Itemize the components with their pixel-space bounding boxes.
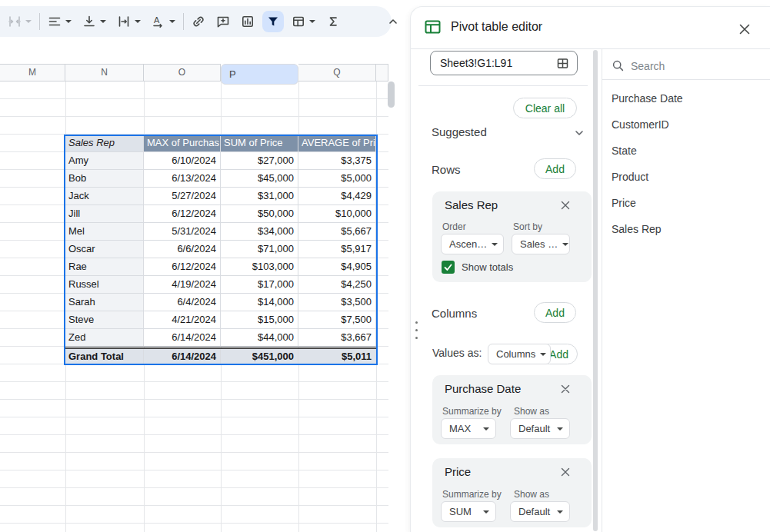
clear-all-button[interactable]: Clear all: [513, 98, 577, 118]
vertical-scrollbar-thumb[interactable]: [388, 81, 395, 108]
pivot-cell[interactable]: 5/27/2024: [144, 188, 221, 205]
column-header-m[interactable]: M: [0, 64, 65, 81]
pivot-cell[interactable]: Amy: [65, 152, 144, 170]
pivot-cell[interactable]: 6/13/2024: [144, 170, 221, 188]
pivot-cell[interactable]: Sarah: [65, 294, 144, 311]
pivot-cell[interactable]: $31,000: [221, 188, 298, 205]
horizontal-align-button[interactable]: [45, 12, 65, 32]
remove-field-button[interactable]: [558, 465, 572, 479]
pivot-cell[interactable]: 4/19/2024: [144, 276, 221, 294]
field-item-purchase-date[interactable]: Purchase Date: [612, 92, 683, 105]
panel-scrollbar-thumb[interactable]: [593, 50, 598, 531]
pivot-cell[interactable]: 6/12/2024: [144, 205, 221, 223]
table-views-caret-icon[interactable]: [309, 20, 315, 23]
pivot-cell[interactable]: $34,000: [221, 223, 298, 241]
pivot-cell[interactable]: $50,000: [221, 205, 298, 223]
pivot-cell[interactable]: $4,429: [298, 188, 376, 205]
pivot-cell[interactable]: 4/21/2024: [144, 311, 221, 329]
pivot-cell[interactable]: $45,000: [221, 170, 298, 188]
column-header-stub[interactable]: [376, 64, 388, 81]
horizontal-align-caret-icon[interactable]: [65, 20, 72, 23]
text-wrapping-button[interactable]: [114, 12, 134, 32]
pivot-cell[interactable]: $103,000: [221, 258, 298, 276]
suggested-expand-button[interactable]: [573, 127, 585, 139]
functions-button[interactable]: [323, 12, 343, 32]
summarize-by-select[interactable]: MAX: [441, 418, 496, 439]
pivot-cell[interactable]: Zed: [65, 329, 144, 347]
show-as-select[interactable]: Default: [510, 501, 570, 522]
columns-add-button[interactable]: Add: [534, 302, 576, 323]
vertical-align-button[interactable]: [79, 12, 99, 32]
pivot-header-cell[interactable]: SUM of Price: [221, 135, 298, 152]
insert-comment-button[interactable]: [213, 12, 233, 32]
pivot-cell[interactable]: 6/14/2024: [144, 349, 221, 365]
pivot-cell[interactable]: $5,011: [298, 349, 376, 365]
pivot-cell[interactable]: $44,000: [221, 329, 298, 347]
field-item-state[interactable]: State: [612, 145, 637, 157]
pivot-header-cell[interactable]: AVERAGE of Pri: [298, 135, 376, 152]
panel-close-button[interactable]: [737, 22, 752, 37]
pivot-cell[interactable]: Steve: [65, 311, 144, 329]
field-item-product[interactable]: Product: [612, 171, 648, 183]
pivot-cell[interactable]: $10,000: [298, 205, 376, 223]
show-as-select[interactable]: Default: [510, 418, 570, 439]
data-range-input[interactable]: Sheet3!G1:L91: [430, 51, 578, 75]
pivot-cell[interactable]: $15,000: [221, 311, 298, 329]
create-filter-button[interactable]: [262, 11, 284, 32]
pivot-cell[interactable]: Grand Total: [65, 349, 144, 365]
pivot-cell[interactable]: Rae: [65, 258, 144, 276]
remove-field-button[interactable]: [558, 198, 572, 212]
field-item-price[interactable]: Price: [612, 197, 636, 209]
vertical-align-caret-icon[interactable]: [100, 20, 106, 23]
column-header-o[interactable]: O: [144, 64, 221, 81]
pivot-cell[interactable]: Mel: [65, 223, 144, 241]
pivot-cell[interactable]: $14,000: [221, 294, 298, 311]
summarize-by-select[interactable]: SUM: [441, 501, 496, 522]
pivot-cell[interactable]: $71,000: [221, 241, 298, 258]
show-totals-checkbox[interactable]: [442, 261, 455, 274]
pivot-cell[interactable]: $451,000: [221, 349, 298, 365]
pivot-cell[interactable]: Russel: [65, 276, 144, 294]
column-header-q[interactable]: Q: [298, 64, 376, 81]
insert-chart-button[interactable]: [238, 12, 258, 32]
pivot-cell[interactable]: $17,000: [221, 276, 298, 294]
pivot-cell[interactable]: $5,000: [298, 170, 376, 188]
rows-add-button[interactable]: Add: [534, 158, 576, 179]
pivot-cell[interactable]: Oscar: [65, 241, 144, 258]
pivot-cell[interactable]: 6/6/2024: [144, 241, 221, 258]
pivot-header-cell[interactable]: MAX of Purchas: [144, 135, 221, 152]
pivot-cell[interactable]: $5,917: [298, 241, 376, 258]
pivot-cell[interactable]: Jack: [65, 188, 144, 205]
text-wrapping-caret-icon[interactable]: [135, 20, 141, 23]
merge-cells-button[interactable]: [5, 12, 25, 32]
column-header-n[interactable]: N: [65, 64, 144, 81]
field-item-sales-rep[interactable]: Sales Rep: [612, 223, 662, 235]
text-rotation-caret-icon[interactable]: [169, 20, 175, 23]
panel-resize-handle[interactable]: [412, 321, 420, 339]
text-rotation-button[interactable]: A: [148, 12, 168, 32]
pivot-cell[interactable]: $3,375: [298, 152, 376, 170]
insert-link-button[interactable]: [188, 12, 208, 32]
field-item-customerid[interactable]: CustomerID: [612, 118, 669, 131]
pivot-cell[interactable]: $4,250: [298, 276, 376, 294]
pivot-cell[interactable]: $3,667: [298, 329, 376, 347]
table-views-button[interactable]: [288, 12, 308, 32]
pivot-cell[interactable]: $4,905: [298, 258, 376, 276]
pivot-cell[interactable]: $5,667: [298, 223, 376, 241]
pivot-header-cell[interactable]: Sales Rep: [65, 135, 144, 152]
pivot-cell[interactable]: $7,500: [298, 311, 376, 329]
pivot-cell[interactable]: $3,500: [298, 294, 376, 311]
order-select[interactable]: Ascen…: [441, 234, 504, 254]
pivot-cell[interactable]: 6/12/2024: [144, 258, 221, 276]
pivot-cell[interactable]: 6/10/2024: [144, 152, 221, 170]
sort-by-select[interactable]: Sales …: [512, 234, 570, 254]
pivot-cell[interactable]: 5/31/2024: [144, 223, 221, 241]
collapse-toolbar-button[interactable]: [383, 12, 403, 32]
pivot-cell[interactable]: Jill: [65, 205, 144, 223]
pivot-cell[interactable]: 6/4/2024: [144, 294, 221, 311]
merge-cells-caret-icon[interactable]: [25, 20, 32, 23]
pivot-cell[interactable]: $27,000: [221, 152, 298, 170]
remove-field-button[interactable]: [558, 382, 572, 396]
pivot-cell[interactable]: Bob: [65, 170, 144, 188]
search-input[interactable]: [629, 59, 748, 73]
